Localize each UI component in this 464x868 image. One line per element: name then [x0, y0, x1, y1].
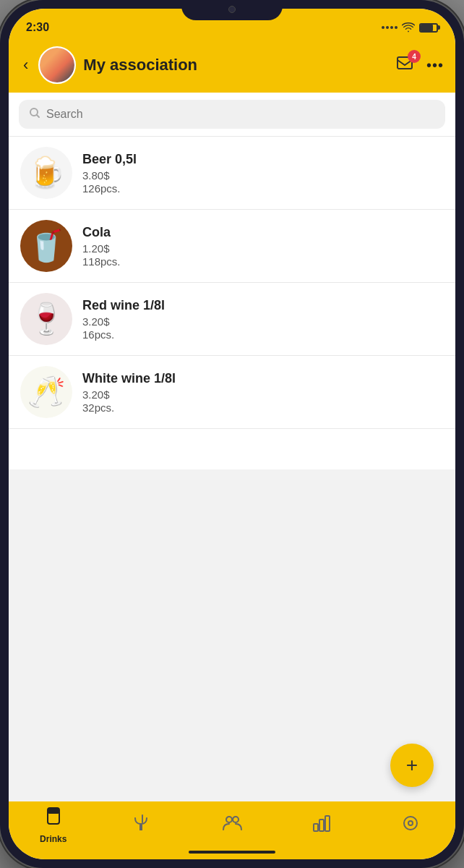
item-name: Red wine 1/8l — [82, 298, 444, 313]
battery-icon — [419, 23, 438, 33]
wifi-icon — [402, 22, 415, 33]
fab-container: + — [390, 744, 434, 787]
search-wrapper[interactable] — [19, 100, 445, 129]
settings-nav-icon — [401, 814, 420, 837]
item-name: White wine 1/8l — [82, 371, 444, 386]
svg-rect-7 — [319, 820, 324, 831]
item-price: 3.80$ — [82, 169, 444, 182]
item-quantity: 16pcs. — [82, 328, 444, 341]
item-price: 3.20$ — [82, 388, 444, 401]
item-image: 🍺 — [20, 147, 72, 199]
svg-point-5 — [233, 817, 239, 822]
svg-rect-8 — [325, 816, 330, 831]
nav-item-drinks[interactable]: Drinks — [9, 807, 98, 844]
food-nav-icon — [133, 814, 152, 837]
item-info: Beer 0,5l 3.80$ 126pcs. — [82, 152, 444, 195]
stats-nav-icon — [312, 814, 331, 837]
more-button[interactable]: ••• — [426, 57, 444, 74]
phone-frame: 2:30 — [0, 0, 464, 868]
home-indicator — [189, 851, 275, 854]
drinks-nav-icon — [44, 807, 63, 831]
item-info: White wine 1/8l 3.20$ 32pcs. — [82, 371, 444, 414]
back-button[interactable]: ‹ — [20, 53, 31, 77]
item-price: 3.20$ — [82, 315, 444, 328]
empty-area — [9, 469, 455, 802]
item-info: Red wine 1/8l 3.20$ 16pcs. — [82, 298, 444, 341]
app-header: ‹ My association 4 ••• — [9, 41, 455, 93]
notification-badge: 4 — [408, 50, 421, 63]
signal-icon — [382, 26, 398, 29]
page-title: My association — [83, 56, 389, 75]
avatar — [38, 46, 76, 84]
status-time: 2:30 — [26, 21, 49, 34]
phone-screen: 2:30 — [9, 9, 455, 859]
notifications-button[interactable]: 4 — [396, 54, 416, 76]
item-image: 🥂 — [20, 366, 72, 418]
item-name: Beer 0,5l — [82, 152, 444, 167]
item-price: 1.20$ — [82, 242, 444, 255]
nav-item-settings[interactable] — [366, 814, 455, 837]
camera — [228, 6, 236, 13]
item-image: 🥤 — [20, 220, 72, 272]
list-item[interactable]: 🍷 Red wine 1/8l 3.20$ 16pcs. — [9, 283, 455, 356]
items-list: 🍺 Beer 0,5l 3.80$ 126pcs. 🥤 Cola 1.20$ 1… — [9, 137, 455, 469]
search-container — [9, 93, 455, 137]
status-icons — [382, 22, 438, 33]
svg-point-10 — [408, 821, 413, 825]
nav-label-drinks: Drinks — [40, 834, 66, 844]
item-quantity: 126pcs. — [82, 182, 444, 195]
nav-item-stats[interactable] — [277, 814, 366, 837]
svg-point-4 — [226, 817, 232, 822]
svg-point-9 — [404, 817, 417, 830]
list-item[interactable]: 🥤 Cola 1.20$ 118pcs. — [9, 210, 455, 283]
svg-rect-6 — [314, 824, 318, 831]
list-item[interactable]: 🍺 Beer 0,5l 3.80$ 126pcs. — [9, 137, 455, 210]
item-info: Cola 1.20$ 118pcs. — [82, 225, 444, 268]
avatar-image — [40, 48, 74, 82]
item-quantity: 118pcs. — [82, 255, 444, 268]
svg-rect-3 — [48, 808, 59, 814]
nav-item-food[interactable] — [98, 814, 188, 837]
search-icon — [29, 107, 40, 122]
members-nav-icon — [222, 814, 242, 837]
item-image: 🍷 — [20, 293, 72, 345]
header-actions: 4 ••• — [396, 54, 444, 76]
search-input[interactable] — [46, 108, 435, 121]
notch — [181, 0, 283, 20]
item-quantity: 32pcs. — [82, 401, 444, 414]
nav-item-members[interactable] — [187, 814, 277, 837]
list-item[interactable]: 🥂 White wine 1/8l 3.20$ 32pcs. — [9, 356, 455, 429]
item-name: Cola — [82, 225, 444, 240]
add-item-button[interactable]: + — [390, 744, 434, 787]
